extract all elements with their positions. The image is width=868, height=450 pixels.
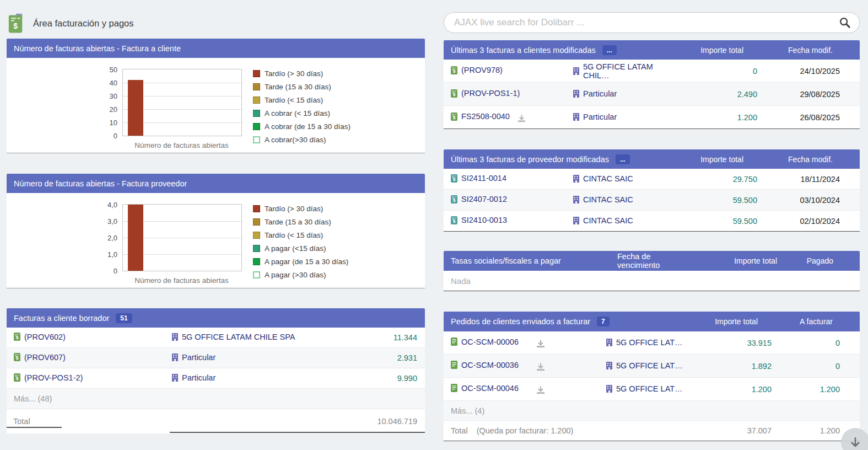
supplier-invoice-link[interactable]: SI2410-0013 — [451, 216, 507, 224]
box-title-label: Número de facturas abiertas - Factura a … — [14, 44, 181, 53]
more-link[interactable]: Más... (4) — [451, 406, 484, 415]
legend-label: A cobrar (< 15 días) — [265, 109, 330, 117]
right-column: Últimas 3 facturas a clientes modificada… — [444, 0, 860, 441]
amount: 1.200 — [737, 113, 757, 122]
order-link[interactable]: OC-SCM-00006 — [451, 338, 519, 346]
date: 26/08/2025 — [800, 113, 840, 122]
total-amount: 37.007 — [689, 426, 772, 435]
company-link[interactable]: Particular — [172, 373, 215, 382]
legend-label: Tarde (15 a 30 días) — [265, 218, 331, 226]
draft-invoices-box: Facturas a cliente borrador 51 (PROV602)… — [7, 308, 425, 433]
download-icon[interactable] — [517, 115, 526, 122]
invoice-link[interactable]: (PROV-POS1-1) — [451, 89, 520, 98]
order-ref: OC-SCM-00046 — [461, 384, 519, 393]
legend-item: Tardío (> 30 días) — [253, 69, 351, 78]
bar-overdue — [128, 80, 143, 136]
orders-to-bill-header[interactable]: Pedidos de clientes enviados a facturar … — [444, 312, 860, 331]
order-icon — [451, 361, 457, 369]
invoice-ref: (PROV-POS1-2) — [24, 373, 83, 382]
company-link[interactable]: 5G OFFICE LAT… — [606, 384, 683, 393]
date: 29/08/2025 — [800, 90, 840, 99]
invoice-link[interactable]: (PROV-POS1-2) — [14, 373, 83, 382]
last-customer-invoices-header[interactable]: Últimas 3 facturas a clientes modificada… — [444, 40, 860, 60]
legend-label: A pagar (<15 días) — [265, 244, 326, 253]
company-name: 5G OFFICE LAT… — [616, 361, 683, 370]
table-row: (PROV978) 5G OFFICE LATAM CHIL… 0 24/10/… — [444, 60, 860, 83]
amount: 29.750 — [733, 175, 757, 184]
legend-swatch — [253, 83, 260, 90]
draft-invoices-header[interactable]: Facturas a cliente borrador 51 — [7, 308, 425, 328]
scroll-to-bottom-button[interactable] — [841, 428, 868, 450]
column-header-date: Fecha modif. — [750, 46, 853, 55]
order-link[interactable]: OC-SCM-00036 — [451, 361, 519, 369]
company-name: 5G OFFICE LAT… — [616, 384, 683, 393]
last-customer-invoices-box: Últimas 3 facturas a clientes modificada… — [444, 40, 860, 129]
search-icon[interactable] — [839, 17, 850, 28]
company-icon — [573, 175, 579, 183]
legend-item: A pagar (>30 días) — [253, 271, 348, 279]
download-icon[interactable] — [536, 340, 545, 348]
company-icon — [606, 385, 612, 393]
customer-invoice-icon — [14, 373, 20, 382]
invoice-link[interactable]: FS2508-0040 — [451, 112, 510, 121]
more-link[interactable]: Más... (48) — [14, 394, 52, 403]
bar-chart-plot: 4,03,02,01,00 — [122, 204, 242, 271]
table-title: Últimas 3 facturas de proveedor modifica… — [451, 155, 609, 164]
legend-swatch — [253, 97, 260, 104]
total-row: Total (Queda por facturar: 1.200) 37.007… — [444, 420, 860, 441]
table-row: (PROV-POS1-1) Particular 2.490 29/08/202… — [444, 83, 860, 106]
company-name: Particular — [182, 353, 215, 362]
company-name: 5G OFFICE LAT… — [616, 338, 683, 347]
table-title: Últimas 3 facturas a clientes modificada… — [451, 46, 596, 55]
download-icon[interactable] — [536, 363, 545, 371]
company-link[interactable]: 5G OFFICE LAT… — [606, 338, 683, 347]
company-link[interactable]: Particular — [573, 89, 617, 98]
company-name: CINTAC SAIC — [583, 195, 633, 204]
company-link[interactable]: 5G OFFICE LATAM CHILE SPA — [172, 333, 295, 341]
order-icon — [451, 384, 457, 392]
company-link[interactable]: CINTAC SAIC — [573, 216, 633, 225]
column-header-amount: Importe total — [675, 317, 758, 326]
y-axis-tick: 40 — [110, 79, 117, 87]
box-title-customer-chart[interactable]: Número de facturas abiertas - Factura a … — [7, 39, 425, 58]
social-taxes-header[interactable]: Tasas sociales/fiscales a pagar Fecha de… — [444, 251, 860, 271]
legend-swatch — [253, 232, 260, 239]
invoice-link[interactable]: (PROV607) — [14, 353, 66, 362]
amount: 59.500 — [733, 217, 757, 226]
legend-label: Tardío (< 15 días) — [265, 231, 323, 239]
chart-box-customer-invoices: Número de facturas abiertas - Factura a … — [7, 39, 425, 153]
amount: 33.915 — [747, 339, 772, 347]
invoice-ref: SI2410-0013 — [461, 216, 507, 224]
invoice-ref: (PROV978) — [461, 66, 503, 74]
y-axis-tick: 1,0 — [107, 250, 117, 259]
company-link[interactable]: Particular — [573, 113, 617, 121]
column-header-date: Fecha modif. — [750, 155, 853, 164]
bar-overdue — [128, 205, 143, 271]
last-supplier-invoices-header[interactable]: Últimas 3 facturas de proveedor modifica… — [444, 149, 860, 169]
download-icon[interactable] — [536, 386, 545, 394]
customer-invoice-icon — [451, 66, 457, 74]
amount: 59.500 — [733, 196, 757, 205]
social-taxes-box: Tasas sociales/fiscales a pagar Fecha de… — [444, 251, 860, 291]
legend-swatch — [253, 205, 260, 212]
to-bill-amount: 0 — [835, 362, 840, 371]
company-link[interactable]: CINTAC SAIC — [573, 195, 633, 204]
invoice-link[interactable]: (PROV978) — [451, 66, 503, 74]
company-name: Particular — [182, 373, 215, 382]
global-search-input[interactable] — [444, 12, 860, 33]
supplier-invoice-link[interactable]: SI2411-0014 — [451, 174, 506, 183]
invoice-link[interactable]: (PROV602) — [14, 333, 66, 341]
company-link[interactable]: 5G OFFICE LATAM CHIL… — [573, 62, 675, 80]
order-link[interactable]: OC-SCM-00046 — [451, 384, 519, 393]
column-header-amount: Importe total — [694, 256, 777, 265]
legend-swatch — [253, 110, 260, 117]
box-title-supplier-chart[interactable]: Número de facturas abiertas - Factura pr… — [7, 174, 425, 193]
company-link[interactable]: Particular — [172, 353, 215, 362]
order-icon — [451, 338, 457, 346]
company-link[interactable]: CINTAC SAIC — [573, 174, 633, 183]
company-link[interactable]: 5G OFFICE LAT… — [606, 361, 683, 370]
company-name: 5G OFFICE LATAM CHILE SPA — [182, 333, 295, 341]
company-icon — [172, 353, 178, 361]
supplier-invoices-chart: 4,03,02,01,00 Número de facturas abierta… — [7, 193, 425, 288]
supplier-invoice-link[interactable]: SI2407-0012 — [451, 195, 507, 203]
